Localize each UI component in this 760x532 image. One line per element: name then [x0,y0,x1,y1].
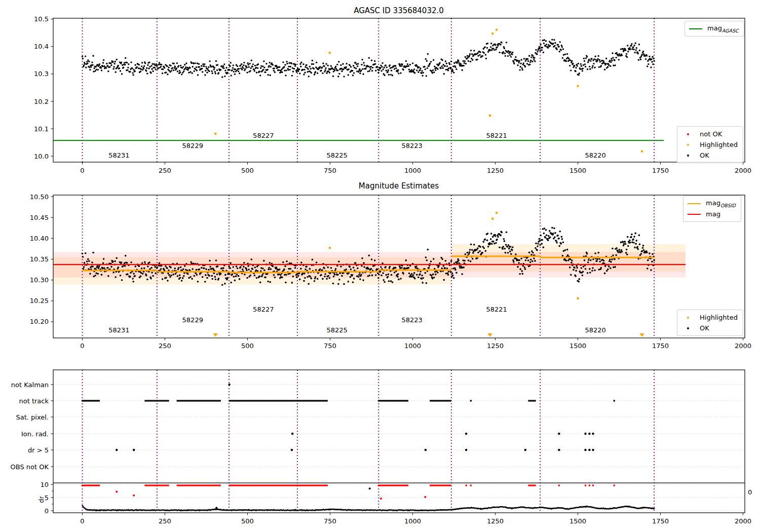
legend-mag-lines: magOBSIDmag [683,196,741,222]
axis-text: 250 [159,167,171,174]
legend-entry: OK [681,150,738,161]
axis-text: 1500 [569,167,586,174]
obsid-labels: 58231582295822758225582235822158220 [108,132,606,159]
axis-text: 10.2 [34,98,49,105]
axis-text: 1750 [652,167,669,174]
axis-text: 58223 [402,316,423,324]
axis-text: 1000 [404,167,421,174]
axis-text: 10.20 [30,318,49,325]
axis-text: 750 [324,342,336,350]
legend-label: mag [706,210,720,218]
axis-text: 1500 [569,342,586,350]
axis-text: 58229 [182,316,203,324]
axis-text: dr [37,496,45,503]
legend-line-sample [689,28,702,29]
legend-entry: Highlighted [681,139,738,150]
axis-text: 500 [241,167,254,174]
legend-entry: mag [688,209,736,219]
axis-text: 1250 [487,517,504,525]
axis-text: 58221 [486,306,507,313]
figure-stage: 5823158229582275822558223582215822002505… [0,0,760,532]
axis-text: 1500 [569,517,586,525]
x-axis-ticks: 025050075010001250150017502000 [80,162,751,174]
legend-line-sample [688,214,701,215]
axis-text: 750 [324,167,336,174]
axis-text: 500 [241,517,254,525]
legend-label: magAGASC [707,24,739,33]
legend-entry: Highlighted [681,312,738,323]
y-axis-ticks: 10.2010.2510.3010.3510.4010.4510.50 [30,193,53,326]
legend-dot-sample [687,327,689,329]
axis-text: not track [19,397,49,405]
ok-scatter-points [82,39,655,78]
dr-clipped-red-markers [82,484,615,486]
axis-text: 58229 [182,142,203,149]
axis-text: 0 [80,342,84,350]
obsid-labels: 58231582295822758225582235822158220 [108,306,606,334]
axis-text: 0 [748,488,752,496]
axis-text: 58231 [108,326,129,334]
legend-entry: OK [681,323,738,333]
axis-text: 58227 [253,306,274,313]
axis-text: 10.1 [34,125,49,133]
legend-point-types-mid: HighlightedOK [677,310,743,336]
axis-text: 10.50 [30,193,49,201]
axis-text: 58225 [327,326,348,334]
axis-text: 10.5 [34,15,49,23]
axis-text: 10.4 [34,43,49,50]
axis-text: 58225 [327,151,348,159]
legend-line-sample [688,203,701,204]
y-axis-ticks: 10.010.110.210.310.410.5 [34,15,53,160]
axis-text: 10.45 [30,214,49,221]
axis-text: 0 [80,167,84,174]
legend-dot-sample [687,133,689,135]
axis-text: 2000 [735,342,751,350]
legend-label: Highlighted [700,141,738,148]
flag-row-labels: not Kalmannot trackSat. pixel.Ion. rad.d… [11,381,54,471]
top-plot-title: AGASC ID 335684032.0 [354,6,444,15]
axis-text: 0 [45,507,49,515]
x-axis-ticks: 025050075010001250150017502000 [80,513,751,525]
axis-text: 58221 [486,132,507,139]
axis-text: 58220 [585,326,605,334]
dr-trace-points [82,505,655,512]
axis-text: 1000 [404,342,421,350]
axis-text: 1250 [487,342,504,350]
axis-text: 58220 [585,151,605,159]
axis-text: 10.0 [34,153,49,160]
legend-dot-sample [687,317,689,319]
dr-outlier-points [116,487,426,509]
axis-text: 250 [159,517,171,525]
axis-text: 10.25 [30,297,49,305]
axis-text: 1750 [652,517,669,525]
axis-text: Ion. rad. [21,430,49,438]
axis-text: 10.40 [30,235,49,242]
legend-point-types-top: not OKHighlightedOK [677,126,743,163]
axis-text: OBS not OK [11,463,49,471]
axis-text: 1000 [404,517,421,525]
axis-text: 1250 [487,167,504,174]
axis-text: 750 [324,517,336,525]
legend-label: Highlighted [700,314,738,321]
legend-label: OK [700,324,709,332]
axis-text: 58227 [253,132,274,139]
legend-label: not OK [700,130,722,138]
legend-label: magOBSID [706,199,736,208]
axis-text: 2000 [735,167,751,174]
axis-text: Sat. pixel. [16,413,49,421]
axis-text: 1750 [652,342,669,350]
axis-text: 500 [241,342,254,350]
figure-canvas: 5823158229582275822558223582215822002505… [0,0,760,532]
legend-dot-sample [687,155,689,157]
axis-text: 10 [40,481,49,488]
obsid-boundary-lines [83,370,655,513]
clipped-low-triangles [213,333,644,337]
legend-entry: magOBSID [688,198,736,209]
highlighted-points [214,28,643,152]
axis-text: not Kalman [11,381,49,389]
axis-text: 2000 [735,517,751,525]
axis-text: 250 [159,342,171,350]
legend-mag-agasc: magAGASC [685,21,744,36]
axis-text: 10.35 [30,255,49,263]
axis-text: 58231 [108,151,129,159]
